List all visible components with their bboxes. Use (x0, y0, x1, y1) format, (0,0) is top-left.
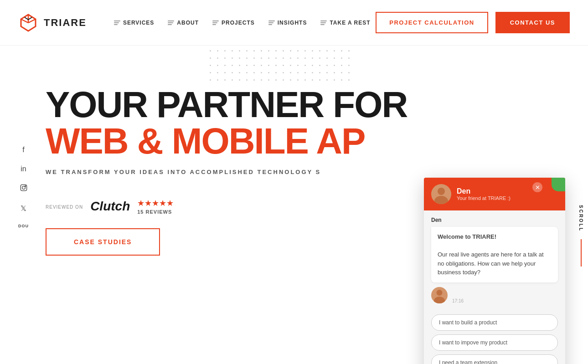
hero-section: YOUR PARTNER FOR WEB & MOBILE AP WE TRAN… (0, 59, 588, 185)
scroll-line (581, 239, 582, 267)
stars: ★★★★★ (137, 198, 174, 208)
menu-icon (320, 21, 327, 25)
case-studies-button[interactable]: CASE STUDIES (46, 228, 160, 256)
chat-body: Den Welcome to TRIARE! Our real live age… (424, 210, 565, 310)
menu-icon (114, 21, 120, 25)
nav-item-projects[interactable]: PROJECTS (212, 20, 255, 26)
chat-message-text: Our real live agents are here for a talk… (438, 251, 544, 276)
logo-icon (18, 13, 38, 33)
twitter-icon[interactable]: 𝕏 (21, 204, 26, 213)
chat-agent-avatar-header (431, 184, 451, 204)
nav-item-services[interactable]: SERVICES (114, 20, 154, 26)
clutch-stars-area: ★★★★★ 15 REVIEWS (137, 198, 174, 215)
nav-item-about[interactable]: ABOUT (168, 20, 199, 26)
chat-agent-name: Den (457, 187, 558, 195)
header: TRIARE SERVICES ABOUT PROJECTS INSIGHTS … (0, 0, 588, 46)
instagram-icon[interactable] (20, 184, 27, 193)
chat-option-build-product[interactable]: I want to build a product (431, 314, 558, 331)
menu-icon (168, 21, 174, 25)
chat-options: I want to build a product I want to impo… (424, 310, 565, 364)
clutch-brand: Clutch (90, 199, 130, 214)
menu-icon (268, 21, 275, 25)
contact-us-button[interactable]: CONTACT US (495, 12, 570, 33)
chat-info: Den Your friend at TRIARE :) (457, 187, 558, 201)
reviews-count: 15 REVIEWS (137, 209, 174, 215)
chat-agent-avatar-small (431, 287, 448, 303)
chat-close-button[interactable]: ✕ (532, 182, 542, 192)
chat-welcome-bubble: Welcome to TRIARE! Our real live agents … (431, 227, 558, 282)
svg-point-1 (22, 186, 25, 190)
online-indicator (552, 178, 565, 191)
hero-line-1: YOUR PARTNER FOR (46, 87, 542, 123)
chat-header: Den Your friend at TRIARE :) ✕ (424, 178, 565, 210)
reviewed-on-label: REVIEWED ON (46, 202, 83, 210)
dou-icon[interactable]: DOU (18, 224, 29, 228)
scroll-indicator: SCROLL (578, 205, 588, 267)
chat-option-improve-product[interactable]: I want to impove my product (431, 334, 558, 351)
nav-item-take-a-rest[interactable]: TAKE A REST (320, 20, 370, 26)
hero-line-2: WEB & MOBILE AP (46, 123, 542, 159)
logo[interactable]: TRIARE (18, 13, 87, 33)
logo-text: TRIARE (44, 17, 87, 29)
nav-item-insights[interactable]: INSIGHTS (268, 20, 307, 26)
project-calculation-button[interactable]: PROJECT CALCULATION (376, 12, 488, 33)
chat-option-team-extension[interactable]: I need a team extension (431, 354, 558, 364)
chat-widget: Den Your friend at TRIARE :) ✕ Den Welco… (424, 178, 565, 364)
chat-sender-name: Den (431, 217, 558, 223)
svg-point-2 (25, 185, 26, 186)
hero-subtitle: WE TRANSFORM YOUR IDEAS INTO ACCOMPLISHE… (46, 169, 542, 175)
main-nav: SERVICES ABOUT PROJECTS INSIGHTS TAKE A … (114, 20, 376, 26)
menu-icon (212, 21, 219, 25)
chat-timestamp: 17:16 (452, 298, 464, 303)
header-actions: PROJECT CALCULATION CONTACT US (376, 12, 570, 33)
chat-agent-role: Your friend at TRIARE :) (457, 195, 558, 201)
main-content: f in 𝕏 DOU YOUR PARTNER FOR WEB & MOBILE… (0, 46, 588, 256)
chat-agent-row: 17:16 (431, 287, 558, 303)
